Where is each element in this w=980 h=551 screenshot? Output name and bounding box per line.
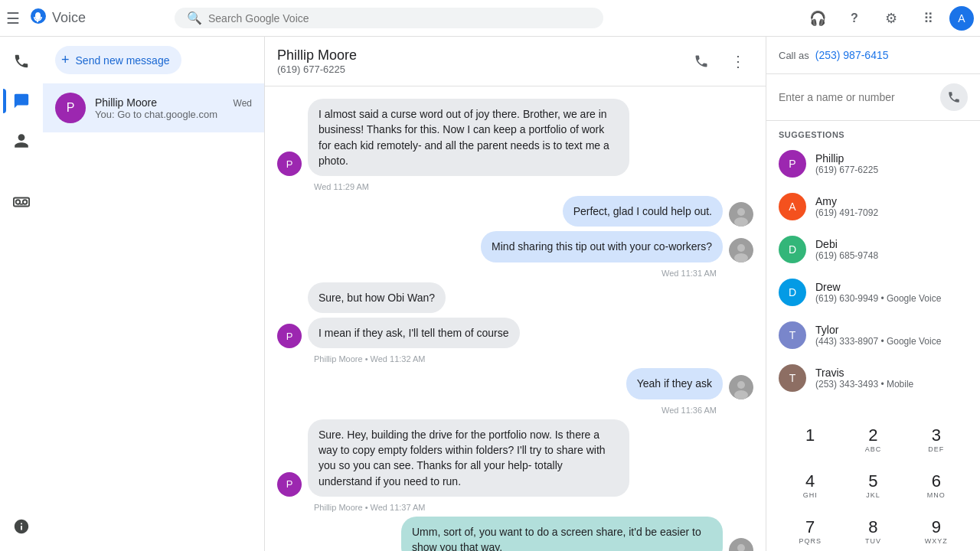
more-options-button[interactable]: ⋮ — [723, 46, 753, 77]
name-or-number-input[interactable] — [779, 91, 934, 103]
conversation-list: + Send new message P Phillip Moore Wed Y… — [43, 37, 265, 551]
topbar: ☰ Voice 🔍 🎧 ? ⚙ ⠿ A — [0, 0, 980, 37]
search-box: 🔍 — [175, 8, 603, 28]
dialpad-key[interactable]: 6 MNO — [912, 464, 961, 507]
sidebar — [0, 37, 43, 551]
app-name: Voice — [52, 10, 86, 26]
call-button[interactable] — [686, 46, 717, 77]
dialpad-num: 8 — [868, 517, 877, 537]
sugg-info: Phillip (619) 677-6225 — [815, 152, 878, 175]
message-row: Perfect, glad I could help out. — [277, 196, 753, 227]
call-as-bar: Call as (253) 987-6415 — [766, 37, 980, 74]
dialpad-key[interactable]: 9 WXYZ — [912, 510, 961, 551]
user-avatar — [729, 202, 753, 227]
sugg-avatar: T — [779, 364, 806, 392]
dialpad-letters: TUV — [865, 537, 881, 545]
message-bubble: Sure. Hey, building the drive for the po… — [308, 419, 629, 497]
suggestion-item[interactable]: T Travis (253) 343-3493 • Mobile — [766, 357, 980, 399]
sugg-avatar: P — [779, 150, 806, 178]
dialpad-key[interactable]: 4 GHI — [786, 464, 835, 507]
sidebar-item-calls[interactable] — [3, 43, 40, 80]
sender-avatar: P — [277, 472, 302, 497]
svg-point-3 — [23, 200, 28, 204]
sugg-name: Tylor — [815, 324, 941, 336]
conversation-item[interactable]: P Phillip Moore Wed You: Go to chat.goog… — [43, 83, 264, 132]
call-as-number[interactable]: (253) 987-6415 — [815, 49, 889, 61]
sugg-name: Drew — [815, 281, 941, 293]
sugg-phone: (443) 333-8907 • Google Voice — [815, 336, 941, 347]
message-bubble: Umm, sort of, you want to do a screen sh… — [401, 517, 723, 551]
sidebar-item-voicemail[interactable] — [3, 184, 40, 220]
message-row: P I mean if they ask, I'll tell them of … — [277, 318, 753, 348]
chat-contact-name: Phillip Moore — [277, 47, 357, 64]
conv-name-row: Phillip Moore Wed — [95, 96, 252, 109]
chat-header-actions: ⋮ — [686, 46, 753, 77]
dialpad-key[interactable]: 7 PQRS — [786, 510, 835, 551]
avatar[interactable]: A — [949, 6, 974, 31]
sugg-phone: (619) 677-6225 — [815, 165, 878, 175]
dialpad-key[interactable]: 1 — [786, 418, 835, 461]
message-bubble: Yeah if they ask — [626, 368, 723, 399]
search-input[interactable] — [208, 12, 591, 24]
sidebar-item-info[interactable] — [3, 508, 40, 545]
call-as-label: Call as — [779, 50, 809, 61]
message-row: Mind sharing this tip out with your co-w… — [277, 231, 753, 262]
sugg-name: Amy — [815, 195, 878, 207]
headset-button[interactable]: 🎧 — [802, 3, 833, 34]
suggestion-item[interactable]: T Tylor (443) 333-8907 • Google Voice — [766, 314, 980, 357]
dial-call-button[interactable] — [940, 83, 968, 111]
message-row: P I almost said a curse word out of joy … — [277, 99, 753, 176]
message-bubble: I mean if they ask, I'll tell them of co… — [308, 318, 520, 348]
suggestion-item[interactable]: P Phillip (619) 677-6225 — [766, 142, 980, 185]
dialpad-num: 3 — [932, 425, 941, 445]
dialpad-letters: MNO — [927, 491, 946, 499]
sugg-info: Drew (619) 630-9949 • Google Voice — [815, 281, 941, 304]
dialpad-row: 7 PQRS 8 TUV 9 WXYZ — [779, 510, 968, 551]
sugg-name: Travis — [815, 367, 913, 379]
user-avatar — [729, 238, 753, 262]
apps-button[interactable]: ⠿ — [913, 3, 943, 34]
message-row: Sure, but how Obi Wan? — [277, 282, 753, 313]
dialpad-num: 4 — [805, 471, 815, 491]
avatar-placeholder — [277, 289, 302, 313]
dialpad-key[interactable]: 3 DEF — [912, 418, 961, 461]
chat-contact-phone: (619) 677-6225 — [277, 64, 357, 75]
dialpad-num: 9 — [932, 517, 941, 537]
dialpad-num: 2 — [868, 425, 877, 445]
sugg-phone: (253) 343-3493 • Mobile — [815, 379, 913, 390]
dialpad-key[interactable]: 5 JKL — [848, 464, 897, 507]
sender-avatar: P — [277, 324, 302, 348]
dialpad-letters: DEF — [928, 445, 944, 453]
sender-avatar: P — [277, 152, 302, 176]
settings-button[interactable]: ⚙ — [876, 3, 906, 34]
sugg-info: Debi (619) 685-9748 — [815, 238, 878, 261]
dialpad-letters: PQRS — [799, 537, 822, 545]
message-timestamp: Phillip Moore • Wed 11:37 AM — [277, 501, 753, 514]
sidebar-item-messages[interactable] — [3, 83, 40, 119]
dialpad-letters: ABC — [865, 445, 882, 453]
message-timestamp: Phillip Moore • Wed 11:32 AM — [277, 353, 753, 365]
chat-header-info: Phillip Moore (619) 677-6225 — [277, 47, 357, 75]
user-avatar — [729, 375, 753, 399]
search-container: 🔍 — [175, 8, 603, 28]
suggestion-item[interactable]: D Drew (619) 630-9949 • Google Voice — [766, 271, 980, 314]
sugg-avatar: D — [779, 236, 806, 263]
topbar-left: ☰ Voice — [6, 7, 175, 29]
suggestion-item[interactable]: D Debi (619) 685-9748 — [766, 228, 980, 271]
sugg-phone: (619) 685-9748 — [815, 250, 878, 261]
message-timestamp: Wed 11:36 AM — [277, 404, 753, 416]
menu-icon[interactable]: ☰ — [6, 9, 20, 28]
name-input-bar — [766, 74, 980, 121]
dialpad-num: 1 — [805, 425, 815, 445]
suggestion-item[interactable]: A Amy (619) 491-7092 — [766, 185, 980, 228]
help-button[interactable]: ? — [839, 3, 870, 34]
search-icon: 🔍 — [187, 11, 202, 25]
sidebar-item-contacts[interactable] — [3, 122, 40, 159]
message-bubble: I almost said a curse word out of joy th… — [308, 99, 629, 176]
dialpad-key[interactable]: 8 TUV — [848, 510, 897, 551]
conv-list-header: + Send new message — [43, 37, 264, 83]
dialpad-key[interactable]: 2 ABC — [848, 418, 897, 461]
suggestions-list: P Phillip (619) 677-6225 A Amy (619) 491… — [766, 142, 980, 399]
dialpad-num: 6 — [932, 471, 941, 491]
compose-button[interactable]: + Send new message — [55, 46, 181, 74]
